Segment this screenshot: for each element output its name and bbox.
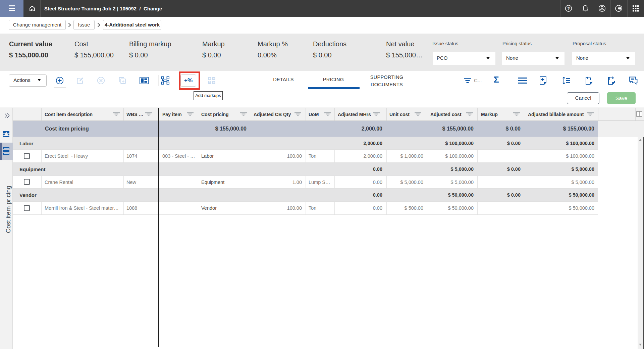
svg-text:?: ?	[567, 6, 570, 11]
